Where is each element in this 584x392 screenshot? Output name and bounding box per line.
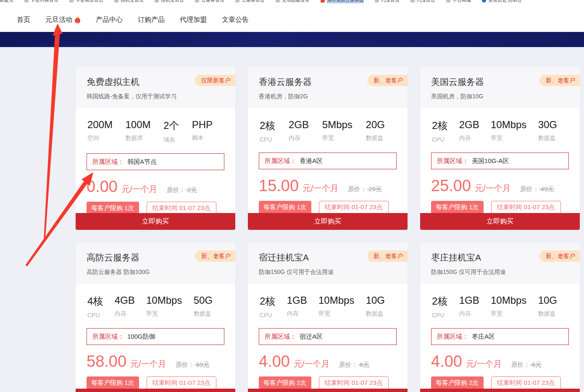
region-label: 所属区域： [265, 333, 296, 341]
bookmark-item[interactable]: 海外免费云服务器 [321, 0, 364, 3]
card-body: 200M 空间 100M 数据库 2个 域名 PHP 脚本 所属区域： 韩 [76, 108, 235, 215]
bookmark-label: 云服务后台 [242, 0, 265, 3]
globe-favicon-icon [410, 0, 415, 3]
region-selector[interactable]: 所属区域： 宿迁A区 [259, 328, 397, 345]
nav-item-newyear-promo[interactable]: 元旦活动 [45, 16, 81, 24]
product-card: 枣庄挂机宝A 防御150G 仅可用于合法用途 新、老客户 2核 CPU 1GB … [420, 243, 580, 392]
buy-now-button[interactable]: 立即购买 [420, 213, 580, 230]
spec-item: 2GB 内存 [289, 119, 309, 143]
price-unit: 元/一个月 [130, 358, 166, 370]
region-selector[interactable]: 所属区域： 100G防御 [87, 328, 224, 345]
bookmark-item[interactable]: 平台商城 [446, 0, 471, 3]
card-header: 免费虚拟主机 韩国线路-免备案，仅用于测试学习 仅限新客户 [76, 67, 235, 108]
card-header: 高防云服务器 高防云服务器 防御100G 新、老客户 [76, 243, 235, 284]
original-price: 原价： 29元 [348, 185, 382, 193]
spec-value: 2核 [432, 295, 447, 308]
region-value: 宿迁A区 [300, 333, 323, 341]
spec-item: 2GB 内存 [459, 119, 479, 143]
region-selector[interactable]: 所属区域： 香港A区 [259, 153, 397, 169]
end-time-tag: 结束时间 01-07 23点 [491, 376, 561, 389]
bookmark-label: 卡密销售后台 [76, 0, 103, 3]
nav-item-announcements[interactable]: 文章公告 [222, 16, 249, 24]
nav-item-home[interactable]: 首页 [17, 16, 30, 24]
buy-now-button[interactable]: 立即购买 [76, 213, 235, 230]
product-card: 香港云服务器 香港机房，防御2G 新、老客户 2核 CPU 2GB 内存 5Mb… [248, 67, 408, 230]
price-unit: 元/一个月 [475, 183, 511, 194]
original-price: 原价： 6元 [339, 361, 370, 369]
bookmark-item[interactable]: 实名认证 控制台 [482, 0, 522, 3]
region-label: 所属区域： [92, 333, 124, 341]
region-selector[interactable]: 所属区域： 美国10G-A区 [431, 153, 569, 169]
bookmark-item[interactable]: 卡密销售后台 [69, 0, 103, 3]
buy-now-button[interactable]: 立即购买 [248, 389, 408, 392]
bookmark-label: 海外免费云服务器 [327, 0, 364, 3]
product-card: 免费虚拟主机 韩国线路-免备案，仅用于测试学习 仅限新客户 200M 空间 10… [76, 67, 235, 230]
spec-value: 1GB [287, 295, 307, 306]
spec-label: 带宽 [322, 134, 353, 142]
customer-eligibility-badge: 新、老客户 [539, 75, 580, 86]
spec-row: 4核 CPU 4GB 内存 10Mbps 带宽 50G 数据盘 [87, 284, 224, 318]
nav-label: 文章公告 [222, 16, 249, 24]
hero-banner-strip [0, 32, 584, 47]
buy-now-button[interactable]: 立即购买 [420, 389, 580, 392]
original-price: 原价： 49元 [520, 185, 554, 193]
spec-item: 50G 数据盘 [194, 295, 213, 318]
globe-favicon-icon [155, 0, 159, 3]
nav-item-agent-join[interactable]: 代理加盟 [180, 16, 207, 24]
bookmark-label: 云服务首页 [201, 0, 224, 3]
end-time-tag: 结束时间 01-07 23点 [147, 376, 216, 389]
product-card: 美国云服务器 美国机房，防御10G 新、老客户 2核 CPU 2GB 内存 10… [420, 67, 580, 230]
card-header: 美国云服务器 美国机房，防御10G 新、老客户 [420, 67, 580, 108]
bookmark-item[interactable]: 宝塔面板登录 [276, 0, 310, 3]
bookmark-item[interactable]: 云服务首页 [195, 0, 224, 3]
customer-eligibility-badge: 新、老客户 [539, 250, 580, 262]
globe-favicon-icon [276, 0, 280, 3]
bookmark-item[interactable]: 代理首页 [375, 0, 400, 3]
price-row: 4.00 元/一个月 原价： 6元 [431, 353, 569, 371]
spec-label: 数据盘 [538, 134, 557, 142]
promo-tags-row: 每客户限购 1次 结束时间 01-07 23点 [259, 201, 397, 214]
price-amount: 4.00 [431, 353, 462, 371]
globe-favicon-icon [375, 0, 379, 3]
nav-item-product-center[interactable]: 产品中心 [96, 16, 123, 24]
buy-now-button[interactable]: 立即购买 [76, 389, 235, 392]
region-value: 枣庄A区 [472, 333, 495, 341]
bookmark-item[interactable]: 挂机宝后台 [155, 0, 184, 3]
spec-value: 10Mbps [146, 295, 182, 306]
end-time-tag: 结束时间 01-07 23点 [319, 201, 389, 214]
original-price-value: 29元 [367, 185, 382, 192]
original-price-label: 原价： [167, 186, 186, 193]
purchase-limit-tag: 每客户限购 2次 [259, 376, 311, 389]
spec-item: 20G 数据盘 [366, 119, 385, 143]
spec-item: 1GB 内存 [459, 295, 479, 318]
card-body: 4核 CPU 4GB 内存 10Mbps 带宽 50G 数据盘 所属区域： [76, 284, 235, 389]
buy-now-button[interactable]: 立即购买 [248, 213, 408, 230]
bookmark-item[interactable]: 卡密列表首页 [24, 0, 58, 3]
product-subtitle: 香港机房，防御2G [259, 93, 397, 100]
spec-label: CPU [432, 136, 447, 143]
globe-favicon-icon [195, 0, 199, 3]
card-body: 2核 CPU 2GB 内存 10Mbps 带宽 30G 数据盘 所属区域： [420, 108, 580, 214]
price-row: 0.00 元/一个月 原价： 2元 [87, 178, 224, 196]
bookmark-item[interactable]: 代理后台 [410, 0, 435, 3]
bookmark-item[interactable]: 云服务后台 [235, 0, 265, 3]
nav-label: 订购产品 [138, 16, 165, 24]
region-selector[interactable]: 所属区域： 韩国A节点 [87, 153, 224, 170]
bookmark-label: 平台商城 [452, 0, 471, 3]
region-value: 香港A区 [300, 157, 323, 165]
bookmark-label: 挂机宝后台 [161, 0, 184, 3]
price-amount: 58.00 [87, 353, 126, 371]
card-header: 枣庄挂机宝A 防御150G 仅可用于合法用途 新、老客户 [420, 243, 580, 284]
spec-row: 2核 CPU 2GB 内存 5Mbps 带宽 20G 数据盘 [259, 108, 397, 143]
spec-label: 带宽 [146, 310, 182, 318]
original-price-label: 原价： [511, 361, 530, 368]
spec-value: 1GB [459, 295, 479, 306]
spec-item: 4核 CPU [87, 295, 103, 318]
nav-item-order-product[interactable]: 订购产品 [138, 16, 165, 24]
spec-value: 2核 [260, 295, 275, 308]
region-selector[interactable]: 所属区域： 枣庄A区 [431, 328, 569, 345]
bookmark-item[interactable]: 挂机宝首页 [114, 0, 144, 3]
spec-label: CPU [87, 312, 103, 318]
bookmark-item[interactable]: 新建页 [0, 0, 13, 3]
price-unit: 元/一个月 [294, 358, 330, 370]
